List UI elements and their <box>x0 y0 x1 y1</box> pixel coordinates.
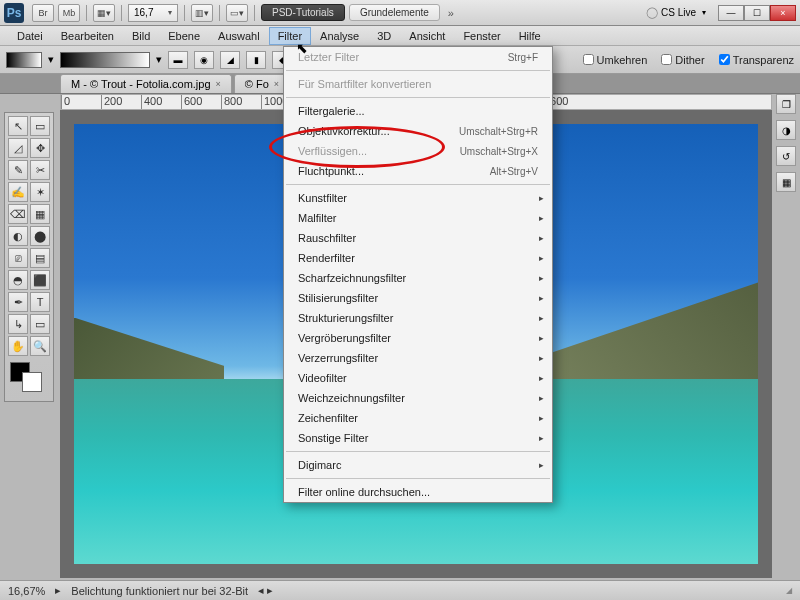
menu-bearbeiten[interactable]: Bearbeiten <box>52 27 123 45</box>
app-logo: Ps <box>4 3 24 23</box>
tool-5[interactable]: ✂ <box>30 160 50 180</box>
menu-item: Letzter FilterStrg+F <box>284 47 552 67</box>
status-zoom[interactable]: 16,67% <box>8 585 45 597</box>
menu-fenster[interactable]: Fenster <box>454 27 509 45</box>
tool-21[interactable]: 🔍 <box>30 336 50 356</box>
gradient-preset[interactable] <box>60 52 150 68</box>
zoom-dropdown[interactable]: 16,7 <box>128 4 178 22</box>
tool-10[interactable]: ◐ <box>8 226 28 246</box>
menu-ebene[interactable]: Ebene <box>159 27 209 45</box>
document-tab[interactable]: © Fo× <box>234 74 290 93</box>
document-tab[interactable]: M - © Trout - Fotolia.com.jpg× <box>60 74 232 93</box>
brand-chip-light[interactable]: Grundelemente <box>349 4 440 21</box>
menu-item[interactable]: Stilisierungsfilter <box>284 288 552 308</box>
swatches-icon[interactable]: ▦ <box>776 172 796 192</box>
brand-chip-dark[interactable]: PSD-Tutorials <box>261 4 345 21</box>
gradient-linear-icon[interactable]: ▬ <box>168 51 188 69</box>
menu-analyse[interactable]: Analyse <box>311 27 368 45</box>
history-icon[interactable]: ↺ <box>776 146 796 166</box>
close-icon[interactable]: × <box>274 79 279 89</box>
filter-menu: Letzter FilterStrg+FFür Smartfilter konv… <box>283 46 553 503</box>
bridge-button[interactable]: Br <box>32 4 54 22</box>
menu-item[interactable]: Weichzeichnungsfilter <box>284 388 552 408</box>
status-message: Belichtung funktioniert nur bei 32-Bit <box>71 585 248 597</box>
dropdown-arrow-icon: ▾ <box>156 53 162 66</box>
tool-7[interactable]: ✶ <box>30 182 50 202</box>
menu-item[interactable]: Videofilter <box>284 368 552 388</box>
menu-item[interactable]: Strukturierungsfilter <box>284 308 552 328</box>
background-color[interactable] <box>22 372 42 392</box>
tool-9[interactable]: ▦ <box>30 204 50 224</box>
adjustments-icon[interactable]: ◑ <box>776 120 796 140</box>
close-icon[interactable]: × <box>216 79 221 89</box>
cslive-label[interactable]: CS Live <box>661 7 696 18</box>
menu-auswahl[interactable]: Auswahl <box>209 27 269 45</box>
menu-filter[interactable]: Filter <box>269 27 311 45</box>
menu-item[interactable]: Fluchtpunkt...Alt+Strg+V <box>284 161 552 181</box>
menu-item[interactable]: Digimarc <box>284 455 552 475</box>
tool-4[interactable]: ✎ <box>8 160 28 180</box>
menu-ansicht[interactable]: Ansicht <box>400 27 454 45</box>
minibridge-button[interactable]: Mb <box>58 4 80 22</box>
tool-14[interactable]: ◓ <box>8 270 28 290</box>
menu-item[interactable]: Filtergalerie... <box>284 101 552 121</box>
tool-3[interactable]: ✥ <box>30 138 50 158</box>
tool-15[interactable]: ⬛ <box>30 270 50 290</box>
tool-8[interactable]: ⌫ <box>8 204 28 224</box>
transparenz-checkbox[interactable]: Transparenz <box>719 54 794 66</box>
menu-item[interactable]: Scharfzeichnungsfilter <box>284 268 552 288</box>
dither-checkbox[interactable]: Dither <box>661 54 704 66</box>
chevrons-icon: » <box>448 7 454 19</box>
gradient-swatch[interactable] <box>6 52 42 68</box>
tool-0[interactable]: ↖ <box>8 116 28 136</box>
umkehren-checkbox[interactable]: Umkehren <box>583 54 648 66</box>
minimize-button[interactable]: — <box>718 5 744 21</box>
tool-1[interactable]: ▭ <box>30 116 50 136</box>
menu-item: Verflüssigen...Umschalt+Strg+X <box>284 141 552 161</box>
maximize-button[interactable]: ☐ <box>744 5 770 21</box>
menu-item[interactable]: Malfilter <box>284 208 552 228</box>
tool-11[interactable]: ⬤ <box>30 226 50 246</box>
menu-3d[interactable]: 3D <box>368 27 400 45</box>
tool-17[interactable]: T <box>30 292 50 312</box>
panel-strip: ❐ ◑ ↺ ▦ <box>776 94 798 192</box>
menu-item[interactable]: Vergröberungsfilter <box>284 328 552 348</box>
menu-datei[interactable]: Datei <box>8 27 52 45</box>
title-bar: Ps Br Mb ▦▾ 16,7 ▥▾ ▭▾ PSD-Tutorials Gru… <box>0 0 800 26</box>
tool-20[interactable]: ✋ <box>8 336 28 356</box>
tool-18[interactable]: ↳ <box>8 314 28 334</box>
tool-2[interactable]: ◿ <box>8 138 28 158</box>
cslive-arrow-icon: ▾ <box>702 8 706 17</box>
dropdown-arrow-icon: ▾ <box>48 53 54 66</box>
tool-13[interactable]: ▤ <box>30 248 50 268</box>
menu-item: Für Smartfilter konvertieren <box>284 74 552 94</box>
menu-item[interactable]: Zeichenfilter <box>284 408 552 428</box>
color-swatches[interactable] <box>8 362 50 398</box>
tool-16[interactable]: ✒ <box>8 292 28 312</box>
gradient-radial-icon[interactable]: ◉ <box>194 51 214 69</box>
menu-item[interactable]: Sonstige Filter <box>284 428 552 448</box>
tool-12[interactable]: ⎚ <box>8 248 28 268</box>
close-button[interactable]: × <box>770 5 796 21</box>
menu-item[interactable]: Objektivkorrektur...Umschalt+Strg+R <box>284 121 552 141</box>
menu-bild[interactable]: Bild <box>123 27 159 45</box>
menu-item[interactable]: Renderfilter <box>284 248 552 268</box>
tool-6[interactable]: ✍ <box>8 182 28 202</box>
arrange-button[interactable]: ▥▾ <box>191 4 213 22</box>
layers-icon[interactable]: ❐ <box>776 94 796 114</box>
menu-item[interactable]: Kunstfilter <box>284 188 552 208</box>
menu-item[interactable]: Rauschfilter <box>284 228 552 248</box>
menu-item[interactable]: Filter online durchsuchen... <box>284 482 552 502</box>
status-bar: 16,67% ▸ Belichtung funktioniert nur bei… <box>0 580 800 600</box>
menu-bar: DateiBearbeitenBildEbeneAuswahlFilterAna… <box>0 26 800 46</box>
tool-palette: ↖▭◿✥✎✂✍✶⌫▦◐⬤⎚▤◓⬛✒T↳▭✋🔍 <box>4 112 54 402</box>
gradient-reflect-icon[interactable]: ▮ <box>246 51 266 69</box>
gradient-angle-icon[interactable]: ◢ <box>220 51 240 69</box>
tool-19[interactable]: ▭ <box>30 314 50 334</box>
menu-hilfe[interactable]: Hilfe <box>510 27 550 45</box>
view-layout-button[interactable]: ▦▾ <box>93 4 115 22</box>
menu-item[interactable]: Verzerrungsfilter <box>284 348 552 368</box>
screenmode-button[interactable]: ▭▾ <box>226 4 248 22</box>
cslive-icon: ◯ <box>646 6 658 19</box>
